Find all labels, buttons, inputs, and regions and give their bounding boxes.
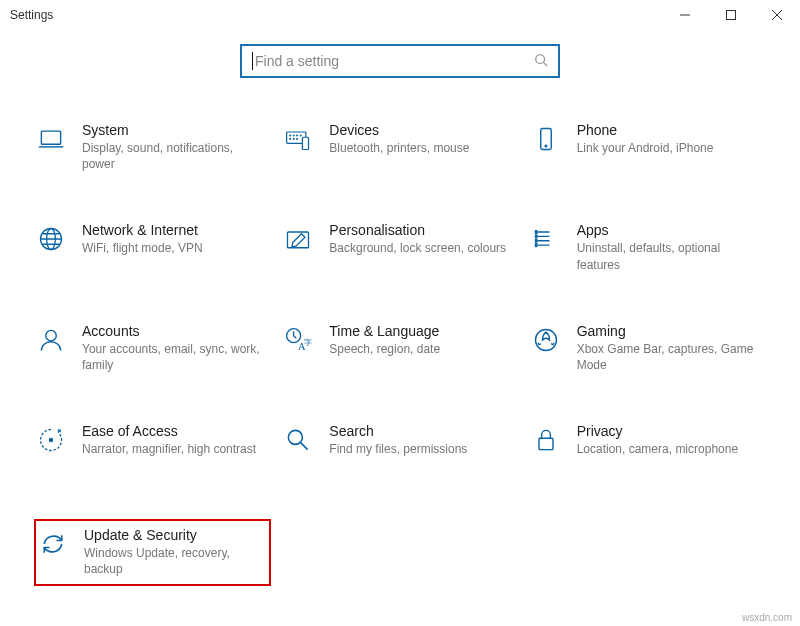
category-title: Apps	[577, 222, 758, 238]
svg-rect-2	[41, 131, 60, 144]
phone-icon	[531, 124, 561, 154]
category-desc: Windows Update, recovery, backup	[84, 545, 261, 577]
category-text: Personalisation Background, lock screen,…	[329, 222, 516, 256]
category-title: Ease of Access	[82, 423, 263, 439]
minimize-button[interactable]	[662, 0, 708, 30]
category-title: Search	[329, 423, 510, 439]
category-text: Ease of Access Narrator, magnifier, high…	[82, 423, 269, 457]
laptop-icon	[36, 124, 66, 154]
text-cursor	[252, 52, 253, 70]
category-text: Gaming Xbox Game Bar, captures, Game Mod…	[577, 323, 764, 373]
category-update-security[interactable]: Update & Security Windows Update, recove…	[34, 519, 271, 585]
category-desc: WiFi, flight mode, VPN	[82, 240, 263, 256]
svg-rect-20	[535, 244, 536, 247]
category-text: Apps Uninstall, defaults, optional featu…	[577, 222, 764, 272]
category-desc: Speech, region, date	[329, 341, 510, 357]
category-title: System	[82, 122, 263, 138]
svg-point-11	[297, 139, 298, 140]
category-title: Phone	[577, 122, 758, 138]
category-search[interactable]: Search Find my files, permissions	[281, 419, 518, 477]
apps-icon	[531, 224, 561, 254]
category-desc: Narrator, magnifier, high contrast	[82, 441, 263, 457]
category-personalisation[interactable]: Personalisation Background, lock screen,…	[281, 218, 518, 276]
window-controls	[662, 0, 800, 30]
time-lang-icon: A字	[283, 325, 313, 355]
svg-rect-28	[539, 438, 553, 449]
category-title: Devices	[329, 122, 510, 138]
categories-grid: System Display, sound, notifications, po…	[0, 118, 800, 586]
category-desc: Background, lock screen, colours	[329, 240, 510, 256]
category-title: Update & Security	[84, 527, 261, 543]
ease-icon	[36, 425, 66, 455]
category-text: Phone Link your Android, iPhone	[577, 122, 764, 156]
svg-rect-19	[535, 240, 536, 243]
category-desc: Bluetooth, printers, mouse	[329, 140, 510, 156]
category-title: Gaming	[577, 323, 758, 339]
minimize-icon	[680, 10, 690, 20]
globe-icon	[36, 224, 66, 254]
svg-point-10	[294, 139, 295, 140]
category-text: Search Find my files, permissions	[329, 423, 516, 457]
search-container	[0, 44, 800, 78]
titlebar: Settings	[0, 0, 800, 30]
category-title: Accounts	[82, 323, 263, 339]
window-title: Settings	[10, 8, 53, 22]
footer-watermark: wsxdn.com	[742, 612, 792, 623]
search-input[interactable]	[255, 46, 528, 76]
person-icon	[36, 325, 66, 355]
category-network[interactable]: Network & Internet WiFi, flight mode, VP…	[34, 218, 271, 276]
category-devices[interactable]: Devices Bluetooth, printers, mouse	[281, 118, 518, 176]
svg-rect-18	[535, 235, 536, 238]
search-icon	[534, 53, 548, 70]
svg-point-9	[290, 139, 291, 140]
category-text: Update & Security Windows Update, recove…	[84, 527, 267, 577]
svg-rect-16	[288, 232, 309, 248]
category-text: System Display, sound, notifications, po…	[82, 122, 269, 172]
category-title: Time & Language	[329, 323, 510, 339]
category-desc: Display, sound, notifications, power	[82, 140, 263, 172]
search-cat-icon	[283, 425, 313, 455]
category-text: Privacy Location, camera, microphone	[577, 423, 764, 457]
close-button[interactable]	[754, 0, 800, 30]
close-icon	[772, 10, 782, 20]
category-apps[interactable]: Apps Uninstall, defaults, optional featu…	[529, 218, 766, 276]
svg-point-6	[294, 135, 295, 136]
category-desc: Find my files, permissions	[329, 441, 510, 457]
category-title: Network & Internet	[82, 222, 263, 238]
category-text: Time & Language Speech, region, date	[329, 323, 516, 357]
category-text: Network & Internet WiFi, flight mode, VP…	[82, 222, 269, 256]
pen-icon	[283, 224, 313, 254]
category-accounts[interactable]: Accounts Your accounts, email, sync, wor…	[34, 319, 271, 377]
category-system[interactable]: System Display, sound, notifications, po…	[34, 118, 271, 176]
category-desc: Your accounts, email, sync, work, family	[82, 341, 263, 373]
category-phone[interactable]: Phone Link your Android, iPhone	[529, 118, 766, 176]
category-desc: Xbox Game Bar, captures, Game Mode	[577, 341, 758, 373]
lock-icon	[531, 425, 561, 455]
category-desc: Location, camera, microphone	[577, 441, 758, 457]
category-privacy[interactable]: Privacy Location, camera, microphone	[529, 419, 766, 477]
category-gaming[interactable]: Gaming Xbox Game Bar, captures, Game Mod…	[529, 319, 766, 377]
svg-rect-0	[727, 11, 736, 20]
svg-point-13	[545, 145, 547, 147]
category-title: Privacy	[577, 423, 758, 439]
keyboard-icon	[283, 124, 313, 154]
category-desc: Uninstall, defaults, optional features	[577, 240, 758, 272]
category-text: Devices Bluetooth, printers, mouse	[329, 122, 516, 156]
category-ease-of-access[interactable]: Ease of Access Narrator, magnifier, high…	[34, 419, 271, 477]
sync-icon	[38, 529, 68, 559]
svg-point-1	[536, 54, 545, 63]
svg-rect-4	[303, 137, 309, 149]
category-text: Accounts Your accounts, email, sync, wor…	[82, 323, 269, 373]
search-box[interactable]	[240, 44, 560, 78]
category-title: Personalisation	[329, 222, 510, 238]
maximize-button[interactable]	[708, 0, 754, 30]
gaming-icon	[531, 325, 561, 355]
category-desc: Link your Android, iPhone	[577, 140, 758, 156]
category-time-language[interactable]: A字 Time & Language Speech, region, date	[281, 319, 518, 377]
maximize-icon	[726, 10, 736, 20]
svg-point-21	[46, 330, 57, 341]
svg-rect-17	[535, 231, 536, 234]
svg-point-26	[49, 438, 53, 442]
svg-point-5	[290, 135, 291, 136]
svg-point-8	[301, 135, 302, 136]
